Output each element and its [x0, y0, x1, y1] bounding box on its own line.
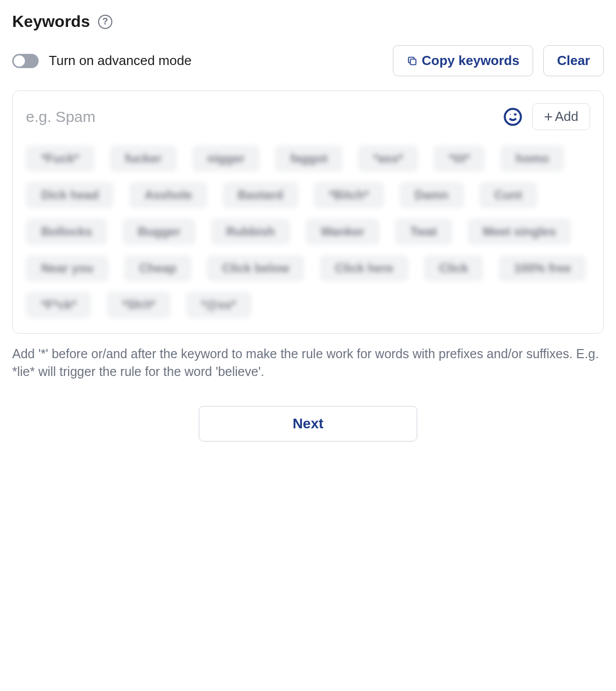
- keyword-chip[interactable]: Meet singles: [468, 218, 571, 245]
- add-button-label: Add: [555, 109, 578, 124]
- svg-rect-0: [410, 59, 416, 65]
- keyword-chip[interactable]: *F*ck*: [26, 292, 91, 318]
- keyword-chip[interactable]: *@ss*: [186, 292, 252, 318]
- keyword-chip-list: *Fuck*fuckerniggerfaggot*ass**tit*homoDi…: [26, 145, 590, 318]
- plus-icon: +: [544, 109, 553, 124]
- svg-point-1: [505, 109, 521, 125]
- keyword-chip[interactable]: Click here: [320, 255, 409, 281]
- keyword-chip[interactable]: Bollocks: [26, 218, 107, 245]
- advanced-mode-toggle[interactable]: [12, 54, 39, 68]
- keyword-chip[interactable]: fucker: [110, 145, 177, 172]
- keyword-chip[interactable]: Click below: [207, 255, 304, 281]
- keyword-chip[interactable]: Wanker: [305, 218, 380, 245]
- next-button-label: Next: [293, 416, 324, 431]
- keyword-chip[interactable]: 100% free: [499, 255, 586, 281]
- keyword-chip[interactable]: nigger: [192, 145, 260, 172]
- keyword-chip[interactable]: Rubbish: [211, 218, 290, 245]
- advanced-mode-group: Turn on advanced mode: [12, 53, 383, 69]
- keyword-chip[interactable]: Asshole: [129, 182, 207, 208]
- keyword-chip[interactable]: *Bitch*: [314, 182, 384, 208]
- keyword-chip[interactable]: *tit*: [434, 145, 485, 172]
- controls-row: Turn on advanced mode Copy keywords Clea…: [12, 45, 604, 76]
- input-row: + Add: [26, 103, 590, 130]
- keyword-chip[interactable]: Damn: [399, 182, 464, 208]
- keyword-input[interactable]: [26, 108, 494, 125]
- keyword-chip[interactable]: *Sh!t*: [107, 292, 170, 318]
- wink-smiley-icon: [503, 107, 522, 127]
- copy-keywords-label: Copy keywords: [422, 53, 519, 69]
- toggle-knob: [14, 55, 25, 67]
- hint-text: Add '*' before or/and after the keyword …: [12, 345, 604, 381]
- keywords-box: + Add *Fuck*fuckerniggerfaggot*ass**tit*…: [12, 90, 604, 334]
- keyword-chip[interactable]: Cunt: [479, 182, 538, 208]
- add-keyword-button[interactable]: + Add: [532, 103, 590, 130]
- clear-button-label: Clear: [557, 53, 590, 69]
- copy-icon: [407, 55, 418, 67]
- keyword-chip[interactable]: Bastard: [223, 182, 298, 208]
- keyword-chip[interactable]: Click: [424, 255, 483, 281]
- keyword-chip[interactable]: Dick head: [26, 182, 114, 208]
- keyword-chip[interactable]: *ass*: [358, 145, 418, 172]
- next-button[interactable]: Next: [199, 406, 417, 442]
- section-title: Keywords: [12, 12, 90, 31]
- keyword-chip[interactable]: Cheap: [124, 255, 192, 281]
- advanced-mode-label: Turn on advanced mode: [49, 53, 192, 69]
- emoji-picker-button[interactable]: [503, 107, 523, 127]
- keyword-chip[interactable]: *Fuck*: [26, 145, 95, 172]
- copy-keywords-button[interactable]: Copy keywords: [393, 45, 533, 76]
- keyword-chip[interactable]: Twat: [395, 218, 452, 245]
- next-row: Next: [12, 406, 604, 442]
- keyword-chip[interactable]: Bugger: [122, 218, 196, 245]
- keyword-chip[interactable]: faggot: [275, 145, 343, 172]
- section-header: Keywords ?: [12, 12, 604, 31]
- clear-button[interactable]: Clear: [543, 45, 604, 76]
- svg-point-2: [510, 114, 511, 115]
- keyword-chip[interactable]: Near you: [26, 255, 109, 281]
- keyword-chip[interactable]: homo: [500, 145, 564, 172]
- help-icon[interactable]: ?: [98, 15, 112, 29]
